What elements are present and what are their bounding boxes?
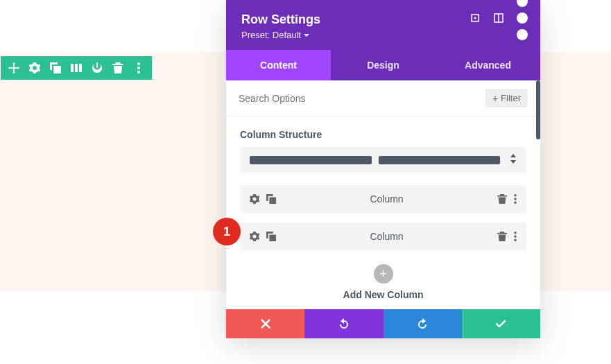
column-trash-icon[interactable] — [497, 194, 507, 204]
row-settings-modal: Row Settings Preset: Default Content Des… — [226, 0, 540, 338]
add-column-button[interactable]: + — [374, 264, 393, 284]
column-item-1: Column — [240, 185, 526, 213]
scrollbar-thumb[interactable] — [536, 80, 540, 139]
svg-point-8 — [517, 12, 528, 24]
add-column-label: Add New Column — [226, 289, 540, 300]
svg-point-7 — [517, 0, 528, 7]
power-icon[interactable] — [91, 62, 103, 74]
svg-point-10 — [514, 194, 517, 197]
gear-icon[interactable] — [28, 62, 41, 74]
svg-point-15 — [514, 239, 517, 242]
svg-point-1 — [137, 67, 140, 69]
trash-icon[interactable] — [112, 62, 124, 74]
column-gear-icon[interactable] — [250, 232, 259, 241]
modal-header: Row Settings Preset: Default — [226, 0, 540, 50]
column-label: Column — [276, 193, 497, 205]
annotation-badge: 1 — [213, 218, 241, 245]
svg-point-9 — [517, 29, 528, 40]
svg-point-0 — [137, 62, 140, 65]
save-button[interactable] — [462, 309, 540, 338]
svg-point-4 — [474, 17, 476, 19]
column-duplicate-icon[interactable] — [266, 194, 276, 204]
search-row: + Filter — [226, 80, 540, 116]
tab-advanced[interactable]: Advanced — [436, 50, 540, 80]
more-icon[interactable] — [132, 62, 145, 74]
help-icon[interactable] — [470, 12, 481, 24]
svg-point-13 — [514, 232, 517, 234]
column-item-2: Column — [240, 223, 526, 250]
tab-design[interactable]: Design — [331, 50, 436, 80]
svg-point-2 — [137, 71, 140, 73]
svg-point-11 — [514, 198, 517, 200]
svg-point-14 — [514, 235, 517, 238]
column-trash-icon[interactable] — [497, 232, 507, 241]
column-bar-2 — [379, 156, 501, 164]
section-toolbar — [1, 56, 152, 80]
column-bar-1 — [250, 156, 372, 164]
preset-dropdown[interactable]: Preset: Default — [241, 30, 309, 40]
undo-button[interactable] — [304, 309, 383, 338]
column-more-icon[interactable] — [514, 194, 517, 204]
columns-icon[interactable] — [70, 62, 83, 74]
filter-button[interactable]: + Filter — [485, 89, 528, 107]
column-label: Column — [276, 231, 497, 242]
tab-content[interactable]: Content — [226, 50, 331, 80]
modal-body: + Filter Column Structure Column — [226, 80, 540, 309]
column-more-icon[interactable] — [514, 232, 517, 241]
add-column-area: + Add New Column — [226, 260, 540, 309]
expand-icon[interactable] — [493, 12, 504, 24]
search-input[interactable] — [239, 93, 485, 104]
move-icon[interactable] — [8, 62, 20, 74]
column-duplicate-icon[interactable] — [266, 232, 276, 241]
cancel-button[interactable] — [226, 309, 304, 338]
svg-point-12 — [514, 202, 517, 205]
tabs: Content Design Advanced — [226, 50, 540, 80]
structure-caret-icon[interactable] — [507, 154, 517, 166]
column-structure-selector[interactable] — [240, 147, 526, 173]
column-structure-title: Column Structure — [226, 116, 540, 147]
modal-footer — [226, 309, 540, 338]
modal-more-icon[interactable] — [517, 12, 528, 24]
redo-button[interactable] — [384, 309, 462, 338]
duplicate-icon[interactable] — [49, 62, 62, 74]
column-gear-icon[interactable] — [250, 194, 259, 204]
